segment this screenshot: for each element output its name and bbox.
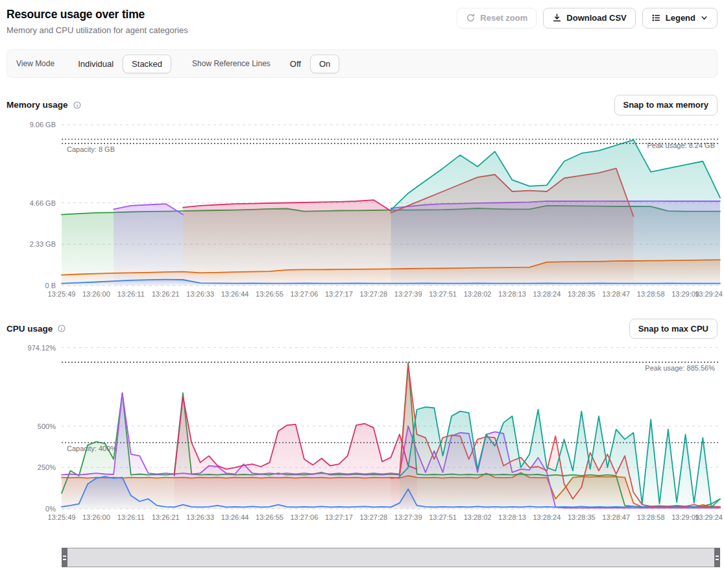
y-tick-label: 2.33 GB: [30, 240, 56, 248]
title-block: Resource usage over time Memory and CPU …: [6, 8, 188, 35]
view-mode-individual[interactable]: Individual: [69, 55, 123, 73]
y-tick-label: 250%: [38, 463, 56, 471]
download-csv-button[interactable]: Download CSV: [543, 8, 635, 29]
x-tick-label: 13:29:24: [695, 513, 723, 521]
reset-zoom-button[interactable]: Reset zoom: [457, 8, 537, 29]
x-tick-label: 13:27:28: [359, 513, 387, 521]
reference-line-label: Capacity: 8 GB: [67, 145, 115, 153]
x-tick-label: 13:25:49: [48, 513, 76, 521]
x-tick-label: 13:26:55: [256, 290, 284, 298]
x-tick-label: 13:26:33: [186, 513, 214, 521]
memory-chart[interactable]: 9.06 GB4.66 GB2.33 GB0 BPeak usage: 8.24…: [6, 117, 724, 302]
x-tick-label: 13:26:21: [152, 290, 180, 298]
x-tick-label: 13:26:00: [82, 513, 110, 521]
x-tick-label: 13:28:13: [498, 290, 526, 298]
brush-handle-left[interactable]: [62, 548, 67, 567]
x-tick-label: 13:28:47: [602, 290, 630, 298]
y-tick-label: 0%: [45, 505, 56, 513]
page-header: Resource usage over time Memory and CPU …: [6, 6, 718, 35]
chevron-down-icon: [700, 14, 708, 22]
info-icon[interactable]: [57, 324, 66, 333]
x-tick-label: 13:27:51: [429, 290, 457, 298]
x-tick-label: 13:26:11: [117, 290, 145, 298]
x-tick-label: 13:27:17: [325, 513, 353, 521]
y-tick-label: 500%: [38, 423, 56, 430]
x-tick-label: 13:26:44: [221, 513, 249, 521]
reset-icon: [466, 13, 476, 23]
x-tick-label: 13:28:58: [637, 290, 665, 298]
memory-section-header: Memory usage Snap to max memory: [6, 95, 718, 116]
x-tick-label: 13:28:02: [464, 513, 492, 521]
memory-area-teal: [391, 140, 721, 285]
x-tick-label: 13:28:02: [464, 290, 492, 298]
x-tick-label: 13:27:39: [394, 513, 422, 521]
page-subtitle: Memory and CPU utilization for agent cat…: [6, 25, 188, 35]
view-mode-stacked[interactable]: Stacked: [123, 55, 171, 73]
reference-lines-off[interactable]: Off: [281, 55, 310, 73]
x-tick-label: 13:28:24: [533, 513, 561, 521]
x-tick-label: 13:26:44: [221, 290, 249, 298]
y-tick-label: 4.66 GB: [30, 199, 56, 206]
x-tick-label: 13:27:06: [290, 513, 318, 521]
x-tick-label: 13:27:06: [290, 290, 318, 298]
y-tick-label: 974.12%: [28, 344, 56, 352]
memory-chart-title-row: Memory usage: [6, 100, 82, 110]
x-tick-label: 13:27:28: [359, 290, 387, 298]
header-actions: Reset zoom Download CSV Legend: [457, 8, 718, 29]
cpu-chart-title-row: CPU usage: [6, 324, 66, 334]
x-tick-label: 13:27:51: [429, 513, 457, 521]
snap-to-max-memory-button[interactable]: Snap to max memory: [614, 95, 718, 116]
cpu-area-pink: [175, 397, 417, 509]
x-tick-label: 13:28:24: [533, 290, 561, 298]
x-tick-label: 13:28:35: [568, 290, 596, 298]
x-tick-label: 13:28:35: [568, 513, 596, 521]
x-tick-label: 13:28:47: [602, 513, 630, 521]
y-tick-label: 0 B: [45, 282, 56, 289]
x-tick-label: 13:27:17: [325, 290, 353, 298]
x-tick-label: 13:25:49: [48, 290, 76, 298]
x-tick-label: 13:27:39: [394, 290, 422, 298]
dashboard: Resource usage over time Memory and CPU …: [6, 6, 718, 567]
reference-line-label: Capacity: 400%: [67, 445, 117, 452]
download-csv-label: Download CSV: [566, 13, 626, 23]
page-title: Resource usage over time: [6, 8, 188, 21]
brush-grip: [63, 556, 66, 560]
legend-label: Legend: [666, 13, 695, 23]
reference-lines-label: Show Reference Lines: [192, 59, 271, 68]
x-tick-label: 13:26:21: [152, 513, 180, 521]
reference-lines-on[interactable]: On: [310, 55, 339, 73]
cpu-chart[interactable]: 974.12%500%250%0%Peak usage: 885.56%Capa…: [6, 340, 724, 525]
info-icon[interactable]: [73, 101, 82, 110]
cpu-section-header: CPU usage Snap to max CPU: [6, 319, 718, 339]
x-tick-label: 13:29:24: [695, 290, 723, 298]
time-range-brush[interactable]: [62, 548, 720, 567]
controls-bar: View Mode Individual Stacked Show Refere…: [6, 49, 718, 78]
brush-handle-right[interactable]: [714, 548, 720, 567]
reset-zoom-label: Reset zoom: [480, 13, 527, 23]
x-tick-label: 13:26:33: [186, 290, 214, 298]
x-tick-label: 13:26:11: [117, 513, 145, 521]
legend-button[interactable]: Legend: [642, 8, 718, 29]
x-tick-label: 13:26:55: [256, 513, 284, 521]
reference-line-label: Peak usage: 8.24 GB: [647, 141, 715, 149]
x-tick-label: 13:26:00: [82, 290, 110, 298]
download-icon: [552, 13, 562, 23]
x-tick-label: 13:28:13: [498, 513, 526, 521]
memory-chart-title: Memory usage: [6, 100, 68, 110]
reference-line-label: Peak usage: 885.56%: [645, 364, 715, 372]
snap-to-max-cpu-button[interactable]: Snap to max CPU: [629, 319, 718, 339]
brush-grip: [716, 556, 719, 560]
view-mode-label: View Mode: [16, 59, 54, 68]
list-icon: [651, 13, 661, 23]
y-tick-label: 9.06 GB: [30, 121, 56, 129]
cpu-chart-title: CPU usage: [6, 324, 53, 334]
x-tick-label: 13:28:58: [637, 513, 665, 521]
